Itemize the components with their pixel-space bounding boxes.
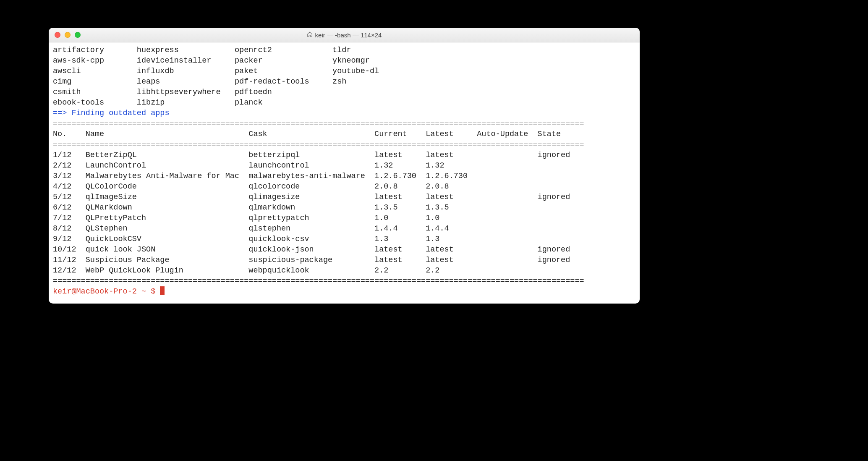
window-titlebar: keir — -bash — 114×24 — [49, 28, 640, 42]
table-body: 1/12 BetterZipQL betterzipql latest late… — [53, 151, 570, 275]
terminal-window: keir — -bash — 114×24 artifactory huexpr… — [49, 28, 640, 304]
table-rule-top: ========================================… — [53, 119, 584, 128]
window-title-text: keir — -bash — 114×24 — [315, 31, 382, 39]
window-title: keir — -bash — 114×24 — [49, 31, 640, 39]
minimize-button[interactable] — [65, 32, 71, 38]
close-button[interactable] — [55, 32, 60, 38]
table-rule-mid: ========================================… — [53, 140, 584, 149]
shell-prompt[interactable]: keir@MacBook-Pro-2 ~ $ — [53, 287, 165, 296]
prompt-text: keir@MacBook-Pro-2 ~ $ — [53, 287, 160, 296]
package-list: artifactory huexpress openrct2 tldr aws-… — [53, 46, 379, 107]
terminal-body[interactable]: artifactory huexpress openrct2 tldr aws-… — [49, 42, 640, 304]
home-icon — [307, 31, 313, 39]
cursor — [160, 286, 165, 295]
table-header: No. Name Cask Current Latest Auto-Update… — [53, 130, 561, 139]
status-arrow: ==> — [53, 109, 67, 118]
zoom-button[interactable] — [75, 32, 81, 38]
table-rule-bot: ========================================… — [53, 277, 584, 286]
window-controls — [49, 32, 81, 38]
status-line: ==> Finding outdated apps — [53, 109, 170, 118]
status-text: Finding outdated apps — [67, 109, 169, 118]
